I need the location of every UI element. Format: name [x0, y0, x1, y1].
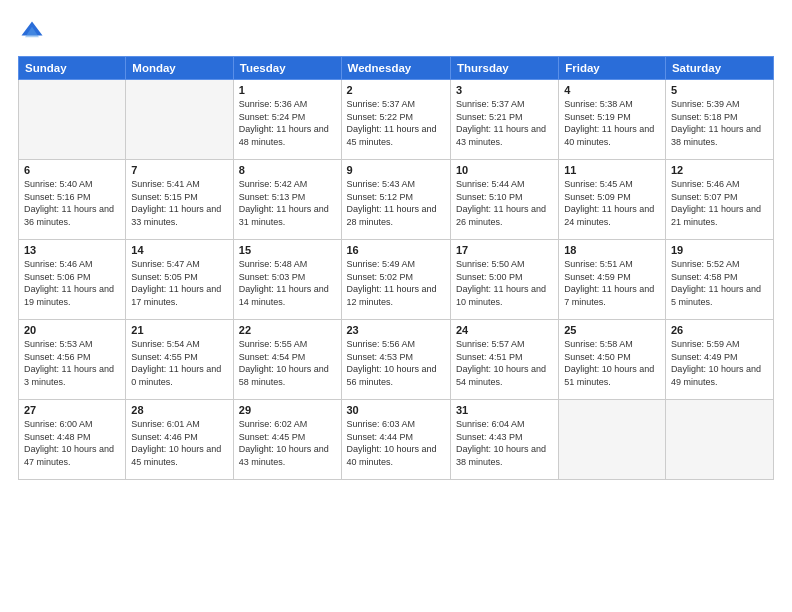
weekday-header-saturday: Saturday [665, 57, 773, 80]
day-info: Sunrise: 5:54 AMSunset: 4:55 PMDaylight:… [131, 338, 227, 388]
day-number: 11 [564, 164, 660, 176]
day-number: 14 [131, 244, 227, 256]
day-number: 19 [671, 244, 768, 256]
day-number: 16 [347, 244, 445, 256]
day-info: Sunrise: 5:46 AMSunset: 5:06 PMDaylight:… [24, 258, 120, 308]
calendar-cell: 17Sunrise: 5:50 AMSunset: 5:00 PMDayligh… [450, 240, 558, 320]
logo [18, 18, 50, 46]
calendar-cell: 25Sunrise: 5:58 AMSunset: 4:50 PMDayligh… [559, 320, 666, 400]
day-number: 6 [24, 164, 120, 176]
day-number: 9 [347, 164, 445, 176]
day-info: Sunrise: 5:48 AMSunset: 5:03 PMDaylight:… [239, 258, 336, 308]
day-number: 26 [671, 324, 768, 336]
day-info: Sunrise: 5:55 AMSunset: 4:54 PMDaylight:… [239, 338, 336, 388]
day-number: 27 [24, 404, 120, 416]
day-info: Sunrise: 5:45 AMSunset: 5:09 PMDaylight:… [564, 178, 660, 228]
day-number: 30 [347, 404, 445, 416]
weekday-header-tuesday: Tuesday [233, 57, 341, 80]
calendar-cell: 28Sunrise: 6:01 AMSunset: 4:46 PMDayligh… [126, 400, 233, 480]
day-number: 7 [131, 164, 227, 176]
day-info: Sunrise: 5:53 AMSunset: 4:56 PMDaylight:… [24, 338, 120, 388]
day-info: Sunrise: 5:57 AMSunset: 4:51 PMDaylight:… [456, 338, 553, 388]
calendar-cell: 19Sunrise: 5:52 AMSunset: 4:58 PMDayligh… [665, 240, 773, 320]
weekday-header-friday: Friday [559, 57, 666, 80]
weekday-header-thursday: Thursday [450, 57, 558, 80]
calendar: SundayMondayTuesdayWednesdayThursdayFrid… [18, 56, 774, 480]
day-number: 17 [456, 244, 553, 256]
day-number: 29 [239, 404, 336, 416]
day-info: Sunrise: 5:47 AMSunset: 5:05 PMDaylight:… [131, 258, 227, 308]
weekday-header-monday: Monday [126, 57, 233, 80]
day-info: Sunrise: 5:44 AMSunset: 5:10 PMDaylight:… [456, 178, 553, 228]
day-info: Sunrise: 5:42 AMSunset: 5:13 PMDaylight:… [239, 178, 336, 228]
calendar-cell: 3Sunrise: 5:37 AMSunset: 5:21 PMDaylight… [450, 80, 558, 160]
day-number: 2 [347, 84, 445, 96]
calendar-cell: 29Sunrise: 6:02 AMSunset: 4:45 PMDayligh… [233, 400, 341, 480]
calendar-cell: 10Sunrise: 5:44 AMSunset: 5:10 PMDayligh… [450, 160, 558, 240]
week-row-3: 20Sunrise: 5:53 AMSunset: 4:56 PMDayligh… [19, 320, 774, 400]
day-number: 31 [456, 404, 553, 416]
calendar-cell [126, 80, 233, 160]
calendar-cell: 11Sunrise: 5:45 AMSunset: 5:09 PMDayligh… [559, 160, 666, 240]
calendar-cell [665, 400, 773, 480]
day-info: Sunrise: 5:46 AMSunset: 5:07 PMDaylight:… [671, 178, 768, 228]
calendar-cell: 13Sunrise: 5:46 AMSunset: 5:06 PMDayligh… [19, 240, 126, 320]
day-number: 23 [347, 324, 445, 336]
calendar-cell: 18Sunrise: 5:51 AMSunset: 4:59 PMDayligh… [559, 240, 666, 320]
day-info: Sunrise: 5:58 AMSunset: 4:50 PMDaylight:… [564, 338, 660, 388]
day-info: Sunrise: 5:37 AMSunset: 5:21 PMDaylight:… [456, 98, 553, 148]
day-info: Sunrise: 5:59 AMSunset: 4:49 PMDaylight:… [671, 338, 768, 388]
calendar-cell: 24Sunrise: 5:57 AMSunset: 4:51 PMDayligh… [450, 320, 558, 400]
calendar-cell: 6Sunrise: 5:40 AMSunset: 5:16 PMDaylight… [19, 160, 126, 240]
day-info: Sunrise: 5:50 AMSunset: 5:00 PMDaylight:… [456, 258, 553, 308]
calendar-cell: 7Sunrise: 5:41 AMSunset: 5:15 PMDaylight… [126, 160, 233, 240]
week-row-2: 13Sunrise: 5:46 AMSunset: 5:06 PMDayligh… [19, 240, 774, 320]
calendar-cell: 20Sunrise: 5:53 AMSunset: 4:56 PMDayligh… [19, 320, 126, 400]
calendar-cell: 31Sunrise: 6:04 AMSunset: 4:43 PMDayligh… [450, 400, 558, 480]
week-row-0: 1Sunrise: 5:36 AMSunset: 5:24 PMDaylight… [19, 80, 774, 160]
calendar-cell: 22Sunrise: 5:55 AMSunset: 4:54 PMDayligh… [233, 320, 341, 400]
day-number: 12 [671, 164, 768, 176]
calendar-cell: 21Sunrise: 5:54 AMSunset: 4:55 PMDayligh… [126, 320, 233, 400]
page: SundayMondayTuesdayWednesdayThursdayFrid… [0, 0, 792, 612]
day-info: Sunrise: 5:41 AMSunset: 5:15 PMDaylight:… [131, 178, 227, 228]
logo-icon [18, 18, 46, 46]
calendar-cell: 5Sunrise: 5:39 AMSunset: 5:18 PMDaylight… [665, 80, 773, 160]
day-info: Sunrise: 6:01 AMSunset: 4:46 PMDaylight:… [131, 418, 227, 468]
day-number: 18 [564, 244, 660, 256]
day-info: Sunrise: 6:03 AMSunset: 4:44 PMDaylight:… [347, 418, 445, 468]
weekday-header-sunday: Sunday [19, 57, 126, 80]
day-info: Sunrise: 6:02 AMSunset: 4:45 PMDaylight:… [239, 418, 336, 468]
day-info: Sunrise: 5:43 AMSunset: 5:12 PMDaylight:… [347, 178, 445, 228]
day-info: Sunrise: 5:38 AMSunset: 5:19 PMDaylight:… [564, 98, 660, 148]
calendar-cell [19, 80, 126, 160]
day-number: 13 [24, 244, 120, 256]
calendar-cell: 23Sunrise: 5:56 AMSunset: 4:53 PMDayligh… [341, 320, 450, 400]
calendar-cell: 14Sunrise: 5:47 AMSunset: 5:05 PMDayligh… [126, 240, 233, 320]
calendar-cell: 15Sunrise: 5:48 AMSunset: 5:03 PMDayligh… [233, 240, 341, 320]
calendar-cell: 2Sunrise: 5:37 AMSunset: 5:22 PMDaylight… [341, 80, 450, 160]
day-info: Sunrise: 6:00 AMSunset: 4:48 PMDaylight:… [24, 418, 120, 468]
day-info: Sunrise: 6:04 AMSunset: 4:43 PMDaylight:… [456, 418, 553, 468]
day-number: 4 [564, 84, 660, 96]
day-info: Sunrise: 5:37 AMSunset: 5:22 PMDaylight:… [347, 98, 445, 148]
weekday-header-row: SundayMondayTuesdayWednesdayThursdayFrid… [19, 57, 774, 80]
day-number: 28 [131, 404, 227, 416]
calendar-cell: 1Sunrise: 5:36 AMSunset: 5:24 PMDaylight… [233, 80, 341, 160]
day-number: 5 [671, 84, 768, 96]
week-row-4: 27Sunrise: 6:00 AMSunset: 4:48 PMDayligh… [19, 400, 774, 480]
day-info: Sunrise: 5:40 AMSunset: 5:16 PMDaylight:… [24, 178, 120, 228]
day-number: 15 [239, 244, 336, 256]
day-info: Sunrise: 5:36 AMSunset: 5:24 PMDaylight:… [239, 98, 336, 148]
calendar-cell: 9Sunrise: 5:43 AMSunset: 5:12 PMDaylight… [341, 160, 450, 240]
day-number: 3 [456, 84, 553, 96]
header [18, 18, 774, 46]
day-info: Sunrise: 5:51 AMSunset: 4:59 PMDaylight:… [564, 258, 660, 308]
week-row-1: 6Sunrise: 5:40 AMSunset: 5:16 PMDaylight… [19, 160, 774, 240]
day-info: Sunrise: 5:56 AMSunset: 4:53 PMDaylight:… [347, 338, 445, 388]
calendar-cell: 4Sunrise: 5:38 AMSunset: 5:19 PMDaylight… [559, 80, 666, 160]
day-number: 21 [131, 324, 227, 336]
day-info: Sunrise: 5:49 AMSunset: 5:02 PMDaylight:… [347, 258, 445, 308]
day-number: 10 [456, 164, 553, 176]
calendar-cell: 26Sunrise: 5:59 AMSunset: 4:49 PMDayligh… [665, 320, 773, 400]
